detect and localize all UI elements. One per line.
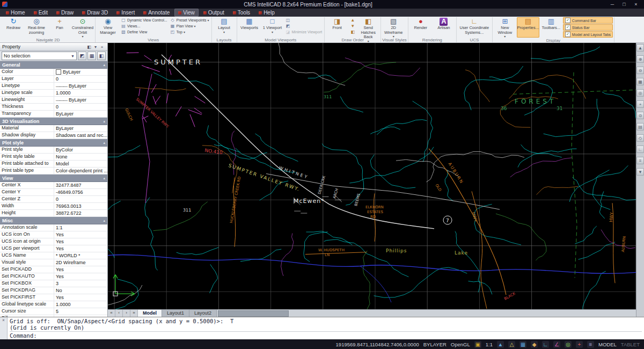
- menu-tab-edit[interactable]: Edit: [30, 9, 52, 17]
- ribbon-button-real-time-zooming[interactable]: ◎Real-time zooming: [25, 17, 48, 38]
- tab-nav-button-0[interactable]: «: [108, 310, 115, 317]
- ribbon-button-properties[interactable]: ▤Properties...: [517, 17, 539, 38]
- property-value[interactable]: 5: [54, 308, 107, 315]
- property-value[interactable]: 32477.8487: [54, 182, 107, 188]
- ribbon-button-constrained-orbit[interactable]: ⊙Constrained Orbit▾: [71, 17, 94, 38]
- ribbon-button-dynamic-view-control[interactable]: ▢Dynamic View Control...: [120, 17, 169, 23]
- ribbon-button-front[interactable]: ◨Front: [326, 17, 348, 38]
- lineweight-icon[interactable]: ≡: [636, 157, 644, 164]
- ribbon-button-doabove[interactable]: ◧: [349, 29, 356, 35]
- zoom-in-icon[interactable]: ⊕: [636, 55, 644, 63]
- property-section-misc[interactable]: Misc▴: [0, 217, 107, 224]
- tab-nav-button-2[interactable]: ›: [123, 310, 130, 317]
- horizontal-scrollbar-thumb[interactable]: [218, 310, 289, 317]
- ribbon-toggle-model-and-layout-tabs[interactable]: ✓Model and Layout Tabs: [563, 31, 613, 38]
- command-input[interactable]: [37, 332, 642, 339]
- property-value[interactable]: 0: [54, 76, 107, 82]
- toggle-pickadd-button[interactable]: ◧: [97, 52, 106, 60]
- ribbon-button-top[interactable]: ◰Top▾: [169, 29, 210, 35]
- ribbon-button-redraw[interactable]: ↻Redraw: [2, 17, 25, 38]
- property-value[interactable]: ———ByLayer: [54, 97, 107, 103]
- menu-tab-annotate[interactable]: Annotate: [140, 9, 173, 17]
- property-value[interactable]: 2D Wireframe: [54, 259, 107, 266]
- property-value[interactable]: Yes: [54, 245, 107, 252]
- property-value[interactable]: Shadows cast and rec...: [54, 132, 107, 139]
- grid-icon[interactable]: ▦: [519, 341, 526, 348]
- ribbon-button-render[interactable]: ●Render: [409, 17, 432, 38]
- property-value[interactable]: None: [54, 154, 107, 160]
- esnap-icon[interactable]: ◎: [565, 341, 572, 348]
- ribbon-button-view-manager[interactable]: ◉View Manager: [97, 17, 119, 38]
- property-value[interactable]: Yes: [54, 294, 107, 301]
- menu-tab-help[interactable]: Help: [255, 9, 279, 17]
- property-value[interactable]: -46849.0756: [54, 189, 107, 195]
- ribbon-button-vpjoin[interactable]: ◫: [284, 17, 324, 23]
- property-value[interactable]: ByColor: [54, 147, 107, 153]
- ortho-icon[interactable]: ∟: [542, 341, 549, 348]
- select-objects-button[interactable]: ▦: [87, 52, 96, 60]
- ribbon-button-dosend[interactable]: ▼: [349, 23, 356, 29]
- coordinates[interactable]: 1919569.8471,1104842.7406,0.0000: [336, 341, 419, 347]
- ortho-icon[interactable]: ∟: [636, 146, 644, 153]
- annotation-autoscale-icon[interactable]: △: [508, 341, 515, 348]
- ribbon-button-vprestore[interactable]: ◩: [284, 23, 324, 29]
- annotation-visibility-icon[interactable]: ▲: [497, 341, 504, 348]
- ribbon-toggle-status-bar[interactable]: ✓Status Bar: [563, 24, 613, 31]
- ribbon-button-new-window[interactable]: ⊞New Window▾: [494, 17, 516, 38]
- property-value[interactable]: 76963.0013: [54, 203, 107, 209]
- ribbon-button-send-hatches-back[interactable]: ◧Send Hatches Back▾: [357, 17, 379, 38]
- property-section-view[interactable]: View▴: [0, 174, 107, 182]
- property-value[interactable]: * WORLD *: [54, 252, 107, 259]
- menu-tab-insert[interactable]: Insert: [113, 9, 138, 17]
- opengl-indicator[interactable]: OpenGL: [451, 341, 470, 347]
- property-value[interactable]: 1:1: [54, 224, 107, 231]
- ribbon-button-1-viewport[interactable]: □1 Viewport▾: [261, 17, 284, 38]
- menu-tab-view[interactable]: View: [174, 9, 199, 17]
- menu-tab-home[interactable]: Home: [2, 9, 29, 17]
- tablet-indicator[interactable]: TABLET: [621, 341, 640, 347]
- ribbon-button-layout[interactable]: ▤Layout▾: [213, 17, 236, 38]
- property-value[interactable]: Yes: [54, 238, 107, 245]
- ribbon-button-2d-wireframe[interactable]: ▧2D Wireframe▾: [382, 17, 405, 38]
- property-value[interactable]: ByLayer: [54, 69, 107, 75]
- panel-menu-icon[interactable]: ▾: [92, 45, 99, 49]
- ribbon-button-views[interactable]: ▤Views...: [120, 23, 169, 29]
- tab-nav-button-3[interactable]: »: [130, 310, 138, 317]
- property-value[interactable]: ———ByLayer: [54, 83, 107, 89]
- property-value[interactable]: 38872.6722: [54, 210, 107, 216]
- lock-icon[interactable]: ▣: [474, 341, 481, 348]
- ribbon-button-viewports[interactable]: ▦Viewports: [238, 17, 261, 38]
- property-value[interactable]: 0: [54, 104, 107, 110]
- close-button[interactable]: ×: [630, 0, 642, 9]
- model-space-indicator[interactable]: MODEL: [598, 341, 617, 347]
- ribbon-button-define-view[interactable]: ▧Define View: [120, 29, 169, 35]
- tab-layout2[interactable]: Layout2: [189, 310, 217, 317]
- ribbon-button-pan[interactable]: +Pan: [48, 17, 71, 38]
- property-value[interactable]: Yes: [54, 266, 107, 273]
- selection-dropdown[interactable]: No selection ▼: [2, 52, 77, 60]
- quick-select-button[interactable]: ◩: [78, 52, 86, 60]
- etrack-icon[interactable]: +: [576, 341, 583, 348]
- ribbon-button-toolbars[interactable]: ▥Toolbars...: [540, 17, 562, 38]
- property-value[interactable]: ByLayer: [54, 111, 107, 117]
- ribbon-button-minimize-viewport[interactable]: ◪Minimize Viewport: [284, 29, 324, 35]
- zoom-out-icon[interactable]: ⊖: [636, 67, 644, 74]
- annotation-scale[interactable]: 1:1: [486, 341, 493, 347]
- snap-icon[interactable]: ◆: [531, 341, 538, 348]
- property-value[interactable]: ByLayer: [54, 125, 107, 132]
- zoom-window-icon[interactable]: ▦: [636, 78, 644, 85]
- property-value[interactable]: 3: [54, 280, 107, 287]
- layers-icon[interactable]: ▤: [636, 123, 644, 130]
- property-section-general[interactable]: General▴: [0, 61, 107, 69]
- property-value[interactable]: Yes: [54, 231, 107, 238]
- menu-tab-output[interactable]: Output: [200, 9, 228, 17]
- polar-icon[interactable]: ∠: [553, 341, 560, 348]
- ribbon-toggle-command-bar[interactable]: ✓Command Bar: [563, 17, 613, 24]
- property-value[interactable]: Yes: [54, 273, 107, 280]
- panel-close-icon[interactable]: ×: [99, 45, 105, 49]
- menu-tab-draw[interactable]: Draw: [53, 9, 77, 17]
- bylayer-indicator[interactable]: BYLAYER: [423, 341, 447, 347]
- minimize-button[interactable]: ─: [606, 0, 618, 9]
- ribbon-button-user-coordinate-systems[interactable]: ∟User Coordinate Systems...: [458, 17, 491, 38]
- ribbon-button-plan-view[interactable]: ▦Plan View▾: [169, 23, 210, 29]
